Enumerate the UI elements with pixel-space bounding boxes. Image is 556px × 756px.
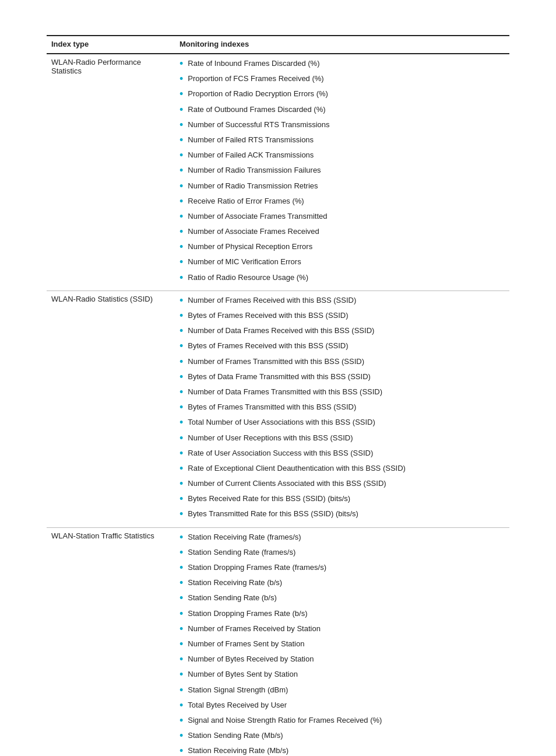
monitoring-items-cell-1: •Number of Frames Received with this BSS…	[175, 290, 509, 527]
list-item-text: Number of MIC Verification Errors	[188, 256, 301, 268]
bullet-icon: •	[180, 355, 183, 369]
list-item: •Station Receiving Rate (b/s)	[180, 577, 505, 590]
list-item: •Number of Associate Frames Received	[180, 226, 505, 239]
list-item: •Station Sending Rate (Mb/s)	[180, 730, 505, 743]
list-item-text: Ratio of Radio Resource Usage (%)	[188, 272, 308, 284]
list-item: •Number of Frames Transmitted with this …	[180, 356, 505, 369]
bullet-icon: •	[180, 744, 183, 756]
list-item: •Receive Ratio of Error Frames (%)	[180, 195, 505, 209]
monitoring-items-cell-2: •Station Receiving Rate (frames/s)•Stati…	[175, 527, 509, 756]
list-item-text: Station Sending Rate (b/s)	[188, 592, 276, 604]
bullet-icon: •	[180, 148, 183, 163]
bullet-icon: •	[180, 637, 183, 652]
bullet-icon: •	[180, 622, 183, 636]
list-item-text: Number of Radio Transmission Failures	[188, 164, 321, 176]
bullet-icon: •	[180, 118, 183, 132]
bullet-icon: •	[180, 415, 183, 430]
monitoring-list-2: •Station Receiving Rate (frames/s)•Stati…	[180, 531, 505, 756]
bullet-icon: •	[180, 591, 183, 606]
list-item: •Station Dropping Frames Rate (b/s)	[180, 608, 505, 621]
list-item-text: Station Receiving Rate (frames/s)	[188, 531, 301, 543]
list-item-text: Bytes Received Rate for this BSS (SSID) …	[188, 493, 350, 505]
list-item: •Station Sending Rate (b/s)	[180, 592, 505, 606]
bullet-icon: •	[180, 461, 183, 476]
bullet-icon: •	[180, 163, 183, 178]
bullet-icon: •	[180, 545, 183, 560]
list-item-text: Rate of Exceptional Client Deauthenticat…	[188, 463, 406, 474]
list-item: •Rate of Outbound Frames Discarded (%)	[180, 104, 505, 117]
bullet-icon: •	[180, 729, 183, 743]
list-item-text: Total Bytes Received by User	[188, 699, 287, 711]
monitoring-list-0: •Rate of Inbound Frames Discarded (%)•Pr…	[180, 58, 505, 285]
list-item-text: Number of Associate Frames Received	[188, 226, 319, 237]
list-item-text: Station Sending Rate (frames/s)	[188, 547, 295, 558]
list-item-text: Station Signal Strength (dBm)	[188, 684, 288, 696]
bullet-icon: •	[180, 652, 183, 667]
list-item: •Number of MIC Verification Errors	[180, 256, 505, 270]
bullet-icon: •	[180, 667, 183, 682]
list-item: •Station Receiving Rate (Mb/s)	[180, 745, 505, 756]
index-table: Index type Monitoring indexes WLAN-Radio…	[47, 35, 509, 756]
list-item: •Bytes of Frames Transmitted with this B…	[180, 401, 505, 415]
index-type-cell-1: WLAN-Radio Statistics (SSID)	[47, 290, 175, 527]
list-item: •Bytes of Frames Received with this BSS …	[180, 340, 505, 354]
list-item: •Number of Physical Reception Errors	[180, 241, 505, 254]
bullet-icon: •	[180, 477, 183, 491]
list-item-text: Bytes of Frames Received with this BSS (…	[188, 340, 348, 352]
list-item: •Number of Associate Frames Transmitted	[180, 211, 505, 224]
list-item-text: Number of Frames Sent by Station	[188, 638, 304, 650]
bullet-icon: •	[180, 446, 183, 461]
list-item: •Station Sending Rate (frames/s)	[180, 547, 505, 560]
list-item-text: Total Number of User Associations with t…	[188, 416, 375, 428]
index-type-cell-0: WLAN-Radio Performance Statistics	[47, 54, 175, 290]
list-item: •Number of Failed ACK Transmissions	[180, 149, 505, 163]
list-item: •Number of Frames Sent by Station	[180, 638, 505, 652]
list-item-text: Station Receiving Rate (b/s)	[188, 577, 282, 589]
main-table-container: Index type Monitoring indexes WLAN-Radio…	[47, 35, 509, 756]
list-item-text: Station Dropping Frames Rate (frames/s)	[188, 562, 326, 573]
list-item: •Bytes Received Rate for this BSS (SSID)…	[180, 493, 505, 506]
list-item: •Rate of Exceptional Client Deauthentica…	[180, 463, 505, 476]
list-item: •Ratio of Radio Resource Usage (%)	[180, 272, 505, 285]
list-item: •Station Signal Strength (dBm)	[180, 684, 505, 698]
header-index-type: Index type	[47, 36, 175, 54]
bullet-icon: •	[180, 309, 183, 323]
list-item-text: Number of Radio Transmission Retries	[188, 180, 318, 192]
bullet-icon: •	[180, 561, 183, 575]
bullet-icon: •	[180, 293, 183, 308]
list-item-text: Number of Successful RTS Transmissions	[188, 119, 329, 131]
list-item-text: Proportion of FCS Frames Received (%)	[188, 73, 323, 85]
list-item-text: Number of Bytes Sent by Station	[188, 668, 298, 680]
bullet-icon: •	[180, 431, 183, 446]
list-item: •Bytes Transmitted Rate for this BSS (SS…	[180, 508, 505, 522]
bullet-icon: •	[180, 240, 183, 254]
list-item: •Station Dropping Frames Rate (frames/s)	[180, 562, 505, 575]
list-item-text: Proportion of Radio Decryption Errors (%…	[188, 88, 328, 100]
list-item: •Number of Radio Transmission Failures	[180, 164, 505, 178]
bullet-icon: •	[180, 225, 183, 239]
list-item: •Number of Current Clients Associated wi…	[180, 478, 505, 491]
list-item: •Proportion of FCS Frames Received (%)	[180, 73, 505, 86]
list-item-text: Number of Frames Transmitted with this B…	[188, 356, 364, 368]
list-item: •Number of Successful RTS Transmissions	[180, 119, 505, 132]
list-item-text: Rate of Inbound Frames Discarded (%)	[188, 58, 319, 69]
list-item-text: Bytes of Frames Received with this BSS (…	[188, 310, 348, 321]
list-item: •Proportion of Radio Decryption Errors (…	[180, 88, 505, 102]
list-item: •Number of Data Frames Transmitted with …	[180, 386, 505, 400]
bullet-icon: •	[180, 400, 183, 415]
list-item: •Bytes of Data Frame Transmitted with th…	[180, 371, 505, 384]
bullet-icon: •	[180, 576, 183, 590]
list-item-text: Station Dropping Frames Rate (b/s)	[188, 608, 307, 620]
list-item-text: Number of Frames Received with this BSS …	[188, 295, 356, 306]
list-item: •Number of Frames Received with this BSS…	[180, 295, 505, 308]
list-item-text: Bytes of Data Frame Transmitted with thi…	[188, 371, 371, 383]
list-item-text: Bytes Transmitted Rate for this BSS (SSI…	[188, 508, 358, 520]
list-item-text: Rate of Outbound Frames Discarded (%)	[188, 104, 325, 116]
list-item: •Rate of User Association Success with t…	[180, 447, 505, 461]
index-type-cell-2: WLAN-Station Traffic Statistics	[47, 527, 175, 756]
list-item: •Rate of Inbound Frames Discarded (%)	[180, 58, 505, 71]
list-item-text: Number of Associate Frames Transmitted	[188, 211, 327, 222]
bullet-icon: •	[180, 271, 183, 285]
list-item: •Total Number of User Associations with …	[180, 416, 505, 430]
list-item: •Bytes of Frames Received with this BSS …	[180, 310, 505, 323]
